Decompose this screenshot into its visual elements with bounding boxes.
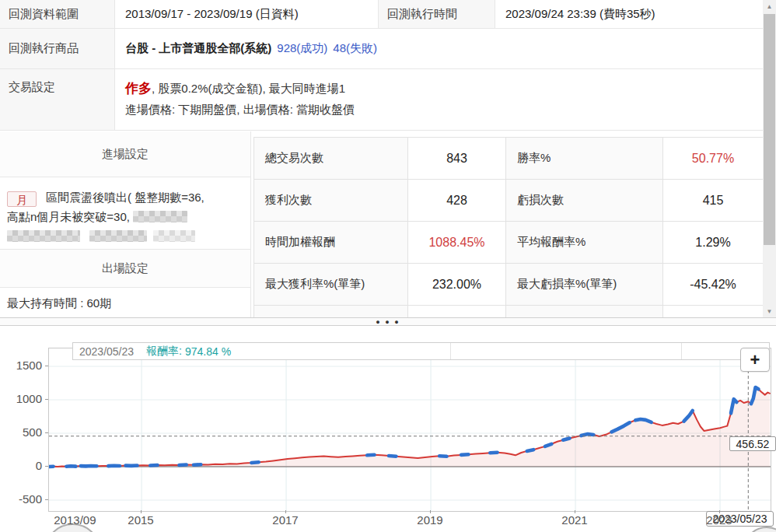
result-label: 勝率% [506,138,663,180]
hover-return-value: 974.84 % [185,345,231,358]
direction-long: 作多 [125,81,152,96]
readout-divider [681,343,682,359]
result-label: 最大獲利率%(單筆) [254,264,408,306]
y-axis-label: 1500 [5,359,42,372]
trade-direction-line: 作多, 股票0.2%(成交金額), 最大同時進場1 [125,78,763,99]
trade-price-text: 進場價格: 下期開盤價, 出場價格: 當期收盤價 [125,99,763,120]
equity-curve-svg [49,348,771,511]
result-label-partial [506,306,663,318]
result-value-partial [663,306,764,318]
x-axis-label: 2015 [110,514,172,527]
x-axis-tick [719,510,720,513]
result-value: 415 [663,180,764,222]
run-time-value: 2023/09/24 23:39 (費時35秒) [495,0,763,29]
y-axis-label: -500 [5,493,42,506]
scroll-down-arrow-icon[interactable]: ▼ [763,305,776,317]
panel-divider [250,131,251,317]
result-value: 1.29% [663,222,764,264]
x-axis-tick [285,510,286,513]
result-label: 最大虧損率%(單筆) [506,264,663,306]
result-value: 1088.45% [408,222,506,264]
product-name: 台股 - 上市普通股全部(系統) [125,41,271,56]
entry-settings-body: 月區間震盪後噴出( 盤整期數=36, 高點n個月未被突破=30, [0,177,250,249]
y-axis-tick [45,499,48,500]
results-table: 總交易次數 843 勝率% 50.77% 獲利次數 428 虧損次數 415 時… [253,137,764,318]
x-axis-label: 2021 [544,514,606,527]
hover-return-label: 報酬率: [146,345,182,359]
entry-rule-line2: 高點n個月未被突破=30, [7,210,130,223]
x-axis-label: 2023 [688,514,750,527]
entry-rule-line1: 區間震盪後噴出( 盤整期數=36, [46,191,204,204]
readout-divider [450,343,451,359]
censored-text [153,230,195,242]
scroll-up-arrow-icon[interactable]: ▲ [763,0,776,12]
data-range-label: 回測資料範圍 [0,0,115,29]
result-value: -45.42% [663,264,764,306]
trade-settings-label: 交易設定 [0,69,115,131]
y-axis-tick [45,399,48,400]
y-axis-tick [45,466,48,467]
run-time-label: 回測執行時間 [379,0,495,29]
equity-curve-chart: 2023/05/23 報酬率: 974.84 % + 456.52 2023/0… [0,326,776,532]
hover-date: 2023/05/23 [79,345,134,358]
hold-period-segment [527,450,533,451]
product-value: 台股 - 上市普通股全部(系統) 928(成功) 48(失敗) [115,29,763,69]
hold-period-segment [563,439,569,440]
result-label: 獲利次數 [254,180,408,222]
result-label: 平均報酬率% [506,222,663,264]
hold-period-segment [490,453,497,453]
panel-splitter[interactable]: ● ● ● [0,317,776,326]
max-hold-time: 最大持有時間 : 60期 [7,296,248,313]
x-axis-label: 2019 [399,514,461,527]
vertical-scrollbar[interactable]: ▲ ▼ [763,0,776,317]
trade-settings-value: 作多, 股票0.2%(成交金額), 最大同時進場1 進場價格: 下期開盤價, 出… [115,69,763,131]
result-value: 428 [408,180,506,222]
hold-period-segment [251,462,258,463]
x-axis-tick [141,510,142,513]
hold-period-segment [389,456,396,457]
result-label: 虧損次數 [506,180,663,222]
hold-period-segment [461,454,468,455]
result-label: 時間加權報酬 [254,222,408,264]
y-axis-label: 500 [5,426,42,439]
x-axis-label: 2013/09 [44,514,106,527]
result-label-partial [254,306,408,318]
result-value-partial [408,306,506,318]
data-range-value: 2013/09/17 - 2023/09/19 (日資料) [115,0,379,29]
y-axis-tick [45,432,48,433]
x-axis-tick [430,510,431,513]
result-value: 843 [408,138,506,180]
splitter-grip-icon: ● ● ● [376,320,400,324]
equity-area-fill [49,387,770,467]
hold-period-segment [150,465,157,466]
x-axis-tick [575,510,575,513]
backtest-report-window: 回測資料範圍 2013/09/17 - 2023/09/19 (日資料) 回測執… [0,0,776,532]
censored-text [7,230,80,242]
trade-cost-text: , 股票0.2%(成交金額), 最大同時進場1 [152,82,345,95]
y-axis-label: 0 [5,460,42,472]
x-axis-label: 2017 [254,514,316,527]
result-label: 總交易次數 [254,138,408,180]
hold-period-segment [194,464,201,465]
hold-period-segment [179,465,186,466]
result-value: 232.00% [408,264,506,306]
hold-period-segment [582,434,594,436]
y-axis-label: 1000 [5,393,42,405]
crosshair-y-label: 456.52 [729,436,776,451]
exit-settings-header: 出場設定 [0,249,250,288]
floating-button-right[interactable] [743,527,776,532]
censored-text [89,230,147,242]
zoom-in-button[interactable]: + [740,348,770,372]
chart-hover-readout: 2023/05/23 報酬率: 974.84 % [72,342,770,360]
fail-count-link[interactable]: 48(失敗) [333,41,377,56]
product-label: 回測執行商品 [0,29,115,69]
month-frequency-badge: 月 [7,191,37,207]
hold-period-segment [545,444,551,446]
entry-settings-header: 進場設定 [0,131,250,177]
scrollbar-thumb[interactable] [764,14,775,245]
result-value: 50.77% [663,138,764,180]
chart-plot-area[interactable] [48,348,771,512]
censored-text [133,211,187,222]
hold-period-segment [367,455,374,456]
success-count-link[interactable]: 928(成功) [277,41,327,56]
